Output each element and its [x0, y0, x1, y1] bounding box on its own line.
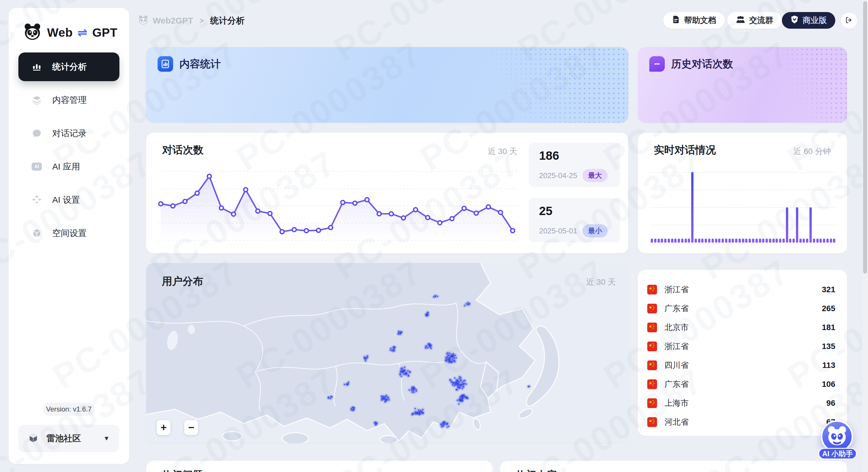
- region-value: 321: [822, 285, 835, 294]
- realtime-bar: [664, 239, 666, 243]
- svg-text:★: ★: [649, 305, 652, 310]
- realtime-bar: [691, 172, 693, 243]
- max-date: 2025-04-25: [539, 171, 577, 180]
- app-logo: Web ⇌ GPT: [24, 23, 117, 42]
- sidebar-item-ai-apps[interactable]: AI AI 应用: [19, 158, 119, 176]
- sidebar-item-ai-settings[interactable]: AI 设置: [19, 191, 119, 209]
- max-badge: 最大: [582, 169, 608, 182]
- help-docs-button[interactable]: 帮助文档: [663, 12, 725, 29]
- region-ranking-card: ★ ★ ★ ★ 浙江省 321 ★ ★ ★ ★ 广东省 265 ★ ★ ★: [638, 270, 847, 436]
- realtime-bar: [803, 239, 805, 243]
- map-zoom-out-button[interactable]: −: [184, 420, 198, 435]
- realtime-bar: [809, 207, 812, 243]
- logout-icon: [845, 16, 853, 25]
- realtime-bar: [806, 239, 808, 243]
- hot-questions-card: 热门问题 近 30 天: [146, 461, 493, 472]
- hot-content-title: 热门内容: [516, 468, 557, 472]
- realtime-bar: [782, 239, 785, 243]
- realtime-bar: [769, 239, 771, 243]
- region-name: 广东省: [664, 303, 814, 314]
- sidebar-item-statistics[interactable]: 统计分析: [19, 53, 119, 81]
- pro-version-button[interactable]: 商业版: [782, 12, 835, 29]
- community-group-label: 交流群: [749, 15, 773, 26]
- users-icon: [736, 15, 745, 26]
- region-list-item: ★ ★ ★ ★ 上海市 96: [647, 394, 835, 413]
- svg-text:★: ★: [649, 324, 652, 329]
- realtime-bar: [826, 239, 829, 243]
- asia-map[interactable]: [146, 263, 628, 443]
- sidebar-item-space-settings[interactable]: 空间设置: [19, 224, 119, 242]
- map-zoom-in-button[interactable]: +: [157, 420, 170, 435]
- realtime-bar-chart: [651, 172, 836, 243]
- realtime-bar: [742, 239, 744, 243]
- map-range: 近 30 天: [586, 277, 616, 288]
- cube-icon: [28, 433, 38, 444]
- realtime-bar: [735, 239, 737, 243]
- realtime-bar: [708, 239, 710, 243]
- page-scrollbar[interactable]: [862, 0, 868, 472]
- document-icon: [672, 15, 680, 26]
- scrollbar-thumb[interactable]: [863, 1, 867, 274]
- svg-text:★: ★: [652, 384, 654, 386]
- realtime-bar: [651, 239, 653, 243]
- realtime-bar: [830, 239, 832, 243]
- realtime-bar: [658, 239, 660, 243]
- realtime-bar: [816, 239, 818, 243]
- region-list-item: ★ ★ ★ ★ 广东省 265: [647, 299, 835, 318]
- china-flag-icon: ★ ★ ★ ★: [647, 379, 657, 389]
- ai-assistant-button[interactable]: AI 小助手: [818, 420, 856, 460]
- realtime-range: 近 60 分钟: [794, 146, 831, 157]
- realtime-title: 实时对话情况: [654, 143, 716, 157]
- region-value: 135: [822, 342, 835, 351]
- shield-badge-icon: [790, 15, 799, 26]
- bar-chart-icon: [32, 62, 42, 72]
- hot-content-card: 热门内容 近 30 天: [500, 461, 847, 472]
- region-list-item: ★ ★ ★ ★ 北京市 181: [647, 318, 835, 337]
- realtime-bar: [688, 239, 690, 243]
- realtime-bar: [671, 239, 673, 243]
- realtime-bar: [725, 239, 727, 243]
- history-card-title: 历史对话次数: [671, 57, 733, 71]
- svg-text:★: ★: [652, 422, 654, 424]
- realtime-bar: [799, 239, 802, 243]
- realtime-bar: [796, 207, 798, 243]
- region-value: 106: [822, 380, 835, 389]
- logout-button[interactable]: [841, 12, 857, 29]
- region-list-item: ★ ★ ★ ★ 浙江省 135: [647, 337, 835, 356]
- min-value: 25: [539, 204, 553, 218]
- panda-logo-icon: [24, 23, 41, 42]
- panda-avatar-icon: [138, 15, 148, 26]
- community-group-button[interactable]: 交流群: [727, 12, 782, 29]
- realtime-bar: [813, 239, 815, 243]
- region-name: 河北省: [664, 417, 819, 428]
- pro-version-label: 商业版: [803, 15, 827, 26]
- sidebar-item-content[interactable]: 内容管理: [19, 91, 119, 109]
- sidebar-item-conversations[interactable]: 对话记录: [19, 124, 119, 142]
- min-badge: 最小: [582, 224, 608, 237]
- realtime-bar: [681, 239, 683, 243]
- realtime-bar: [766, 239, 768, 243]
- svg-text:★: ★: [649, 343, 652, 347]
- realtime-bar: [728, 239, 731, 243]
- breadcrumb-app[interactable]: Web2GPT: [153, 16, 193, 26]
- sidebar-item-label: 空间设置: [52, 227, 87, 239]
- svg-text:★: ★: [649, 419, 652, 423]
- breadcrumb-page: 统计分析: [210, 15, 245, 27]
- realtime-bar: [668, 239, 670, 243]
- conversations-line-chart: [157, 166, 517, 246]
- hot-questions-title: 热门问题: [162, 468, 203, 472]
- workspace-selector[interactable]: 雷池社区 ▼: [19, 425, 119, 452]
- china-flag-icon: ★ ★ ★ ★: [647, 285, 657, 295]
- china-flag-icon: ★ ★ ★ ★: [647, 341, 657, 351]
- svg-text:★: ★: [652, 346, 654, 348]
- realtime-bar: [654, 239, 656, 243]
- realtime-bar: [739, 239, 741, 243]
- realtime-bar: [789, 239, 792, 243]
- realtime-bar: [722, 239, 724, 243]
- content-stats-card: 内容统计 164 / 165 已学习 文档总数 548,300 / 550,24…: [146, 47, 628, 123]
- realtime-bar: [752, 239, 754, 243]
- max-value: 186: [539, 149, 559, 163]
- region-value: 96: [826, 399, 835, 408]
- realtime-bar: [759, 239, 761, 243]
- sidebar-item-label: AI 设置: [52, 194, 80, 206]
